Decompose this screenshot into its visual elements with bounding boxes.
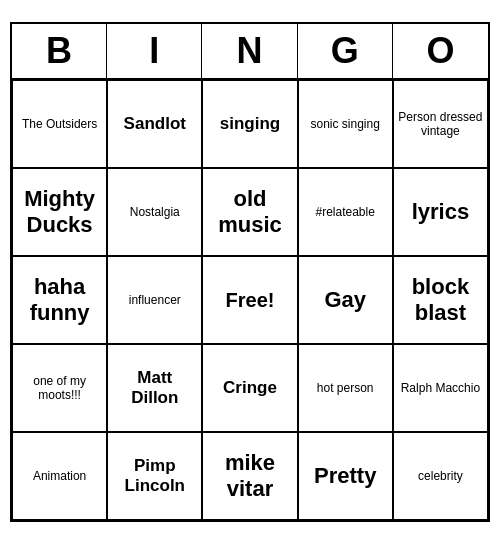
bingo-cell: sonic singing (298, 80, 393, 168)
bingo-cell: block blast (393, 256, 488, 344)
bingo-letter: N (202, 24, 297, 78)
bingo-cell: hot person (298, 344, 393, 432)
bingo-cell: Mighty Ducks (12, 168, 107, 256)
bingo-cell: Pretty (298, 432, 393, 520)
bingo-letter: B (12, 24, 107, 78)
bingo-cell: influencer (107, 256, 202, 344)
bingo-cell: Gay (298, 256, 393, 344)
bingo-cell: haha funny (12, 256, 107, 344)
bingo-header: BINGO (12, 24, 488, 80)
bingo-cell: lyrics (393, 168, 488, 256)
bingo-cell: singing (202, 80, 297, 168)
bingo-cell: one of my moots!!! (12, 344, 107, 432)
bingo-cell: Cringe (202, 344, 297, 432)
bingo-cell: Free! (202, 256, 297, 344)
bingo-letter: G (298, 24, 393, 78)
bingo-cell: old music (202, 168, 297, 256)
bingo-cell: Sandlot (107, 80, 202, 168)
bingo-cell: #relateable (298, 168, 393, 256)
bingo-cell: Ralph Macchio (393, 344, 488, 432)
bingo-card: BINGO The OutsidersSandlotsingingsonic s… (10, 22, 490, 522)
bingo-letter: O (393, 24, 488, 78)
bingo-letter: I (107, 24, 202, 78)
bingo-cell: The Outsiders (12, 80, 107, 168)
bingo-grid: The OutsidersSandlotsingingsonic singing… (12, 80, 488, 520)
bingo-cell: Pimp Lincoln (107, 432, 202, 520)
bingo-cell: mike vitar (202, 432, 297, 520)
bingo-cell: Animation (12, 432, 107, 520)
bingo-cell: Matt Dillon (107, 344, 202, 432)
bingo-cell: Person dressed vintage (393, 80, 488, 168)
bingo-cell: celebrity (393, 432, 488, 520)
bingo-cell: Nostalgia (107, 168, 202, 256)
